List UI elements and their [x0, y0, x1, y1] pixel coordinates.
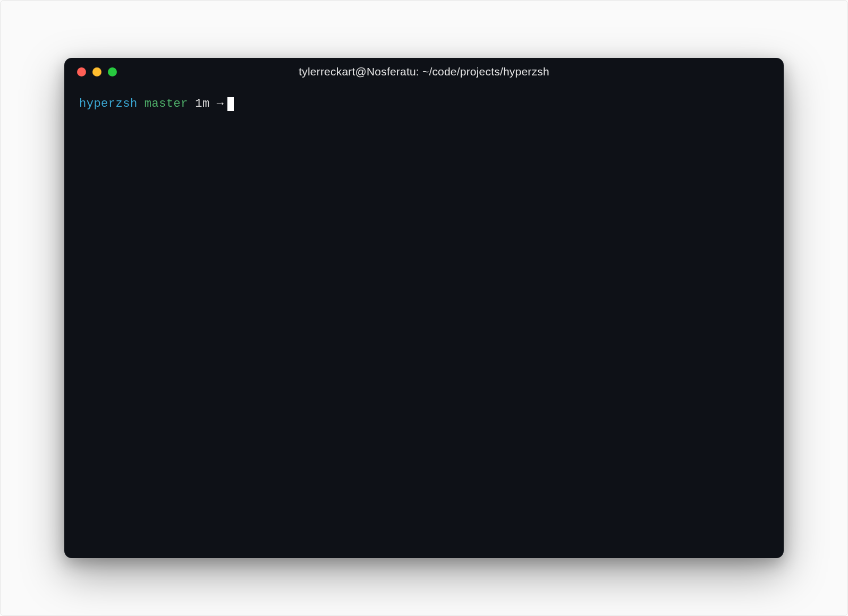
prompt-time: 1m	[195, 95, 209, 113]
terminal-window: tylerreckart@Nosferatu: ~/code/projects/…	[64, 58, 784, 558]
titlebar: tylerreckart@Nosferatu: ~/code/projects/…	[64, 58, 784, 85]
prompt-line: hyperzsh master 1m →	[79, 95, 769, 113]
prompt-directory: hyperzsh	[79, 95, 138, 113]
prompt-branch: master	[145, 95, 188, 113]
window-title: tylerreckart@Nosferatu: ~/code/projects/…	[75, 65, 773, 78]
minimize-button[interactable]	[92, 67, 101, 76]
maximize-button[interactable]	[108, 67, 117, 76]
arrow-icon: →	[217, 95, 224, 113]
traffic-lights	[77, 67, 117, 76]
terminal-body[interactable]: hyperzsh master 1m →	[64, 85, 784, 558]
cursor	[227, 97, 234, 111]
close-button[interactable]	[77, 67, 86, 76]
